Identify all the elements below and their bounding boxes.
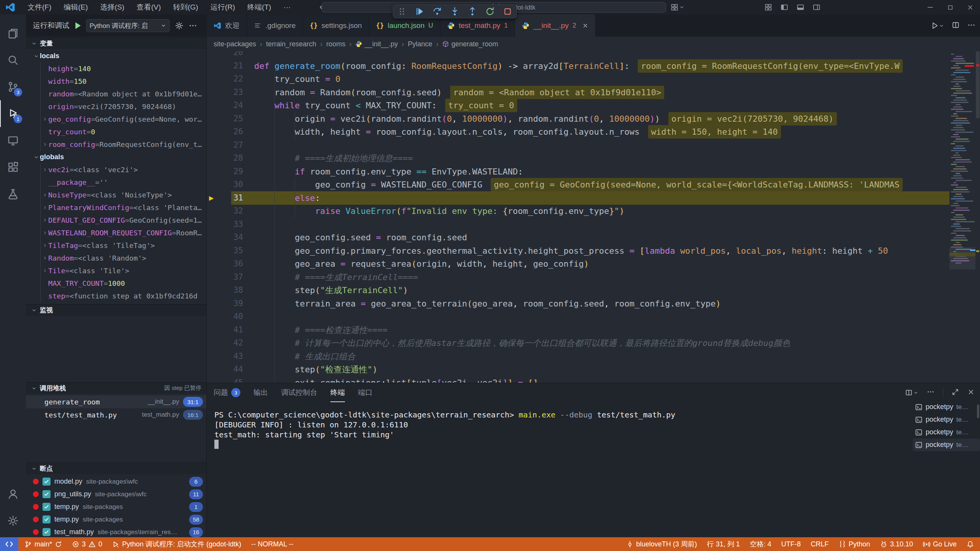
code-line-37[interactable]: 37 # ====生成TerrainCell====	[207, 271, 980, 284]
code-line-40[interactable]: 40	[207, 310, 980, 323]
split-terminal-button[interactable]	[905, 389, 918, 396]
section-variables[interactable]: 变量	[26, 37, 207, 49]
variable-vec2i[interactable]: vec2i = <class 'vec2i'>	[26, 163, 207, 176]
breakpoint-row[interactable]: test_math.py site-packages\terrain_res… …	[26, 526, 207, 537]
breakpoint-checkbox[interactable]	[42, 515, 51, 523]
tab-.gdignore[interactable]: .gdignore	[247, 15, 303, 37]
variable-height[interactable]: height = 140	[26, 62, 207, 75]
status-indentation[interactable]: 空格: 4	[750, 540, 771, 549]
status-vim-mode[interactable]: -- NORMAL --	[251, 540, 293, 548]
layout-grid-button[interactable]	[760, 0, 776, 15]
code-line-20[interactable]: 20	[207, 51, 980, 59]
section-watch[interactable]: 监视	[26, 304, 207, 316]
code-line-29[interactable]: 29 if room_config.env_type == EnvType.WA…	[207, 165, 980, 178]
variable-MAX_TRY_COUNT[interactable]: MAX_TRY_COUNT = 1000	[26, 277, 207, 290]
breadcrumb-item[interactable]: terrain_research	[266, 40, 316, 48]
menu-4[interactable]: 转到(G)	[168, 1, 203, 14]
variable-origin[interactable]: origin = vec2i(7205730, 9024468)	[26, 100, 207, 113]
code-line-26[interactable]: 26 width, height = room_config.layout.n_…	[207, 125, 980, 139]
run-python-file-button[interactable]	[931, 21, 944, 30]
tab-欢迎[interactable]: 欢迎	[207, 15, 247, 37]
breakpoint-row[interactable]: temp.py site-packages 1	[26, 500, 207, 513]
variable-geo_config[interactable]: geo_config = GeoConfig(seed=None, wor…	[26, 113, 207, 126]
step-into-button[interactable]	[450, 7, 460, 16]
activity-remote-explorer[interactable]	[0, 127, 26, 154]
menu-7[interactable]: ···	[278, 2, 296, 13]
copilot-menu[interactable]	[671, 0, 684, 15]
code-line-32[interactable]: 32 raise ValueError(f"Invalid env type: …	[207, 204, 980, 218]
breadcrumb-item[interactable]: Pylance	[408, 40, 432, 48]
win-close-button[interactable]	[960, 0, 980, 15]
stack-frame[interactable]: generate_room__init__.py 31:1	[26, 395, 207, 408]
maximize-panel-button[interactable]	[952, 388, 959, 397]
variable-step[interactable]: step = <function step at 0x1bf9cd216d	[26, 290, 207, 302]
menu-3[interactable]: 查看(V)	[131, 1, 166, 14]
activity-extensions[interactable]	[0, 154, 26, 181]
menu-6[interactable]: 终端(T)	[242, 1, 276, 14]
variable-WASTELAND_ROOM_REQUEST_CONFIG[interactable]: WASTELAND_ROOM_REQUEST_CONFIG = RoomR…	[26, 227, 207, 239]
panel-more-actions-button[interactable]	[927, 388, 934, 397]
win-min-button[interactable]	[920, 0, 940, 15]
activity-testing[interactable]	[0, 181, 26, 207]
status-git-author[interactable]: blueloveTH (3 周前)	[626, 540, 697, 549]
variable-Tile[interactable]: Tile = <class 'Tile'>	[26, 264, 207, 277]
menu-0[interactable]: 文件(F)	[22, 1, 57, 14]
layout-sidebar-button[interactable]	[776, 0, 792, 15]
breadcrumb[interactable]: site-packages› terrain_research› rooms› …	[207, 37, 980, 51]
stack-frame[interactable]: test/test_math.pytest_math.py 16:1	[26, 408, 207, 421]
code-line-22[interactable]: 22 try_count = 0	[207, 72, 980, 86]
variable-room_config[interactable]: room_config = RoomRequestConfig(env_t…	[26, 138, 207, 151]
code-line-43[interactable]: 43 # 生成出口组合	[207, 350, 980, 363]
code-line-31[interactable]: ▶31 else:	[207, 191, 980, 205]
variable-Random[interactable]: Random = <class 'Random'>	[26, 252, 207, 264]
tab-settings.json[interactable]: {} settings.json	[303, 15, 369, 37]
editor-scrollbar[interactable]	[975, 51, 980, 383]
code-line-21[interactable]: 21def generate_room(room_config: RoomReq…	[207, 59, 980, 73]
code-line-34[interactable]: 34 geo_config.seed = room_config.seed	[207, 231, 980, 244]
terminal-list-item[interactable]: pocketpyte…	[913, 413, 980, 426]
section-callstack[interactable]: 调用堆栈因 step 已暂停	[26, 382, 207, 394]
close-icon[interactable]	[582, 23, 588, 29]
code-line-35[interactable]: 35 geo_config.primary_forces.geothermal_…	[207, 244, 980, 258]
scope-locals[interactable]: locals	[26, 50, 207, 62]
scope-globals[interactable]: globals	[26, 151, 207, 163]
terminal-list-item[interactable]: pocketpyte…	[913, 426, 980, 439]
panel-tab-输出[interactable]: 输出	[253, 383, 268, 402]
code-line-45[interactable]: 45 exit_combinations:list[tuple[vec2i, v…	[207, 376, 980, 383]
variable-TileTag[interactable]: TileTag = <class 'TileTag'>	[26, 239, 207, 252]
variable-width[interactable]: width = 150	[26, 75, 207, 88]
activity-explorer[interactable]	[0, 20, 26, 47]
editor-more-actions-button[interactable]	[967, 21, 975, 31]
breakpoint-checkbox[interactable]	[42, 528, 51, 536]
activity-source-control[interactable]: 3	[0, 73, 26, 100]
code-line-27[interactable]: 27	[207, 139, 980, 152]
more-actions-icon[interactable]	[189, 21, 197, 30]
stop-button[interactable]	[503, 7, 513, 16]
step-over-button[interactable]	[432, 7, 442, 16]
panel-tab-端口[interactable]: 端口	[358, 383, 372, 402]
code-line-28[interactable]: 28 # ====生成初始地理信息====	[207, 152, 980, 165]
tab-__init__.py[interactable]: __init__.py 2	[515, 15, 595, 37]
code-line-23[interactable]: 23 random = Random(room_config.seed)rand…	[207, 86, 980, 99]
variable-try_count[interactable]: try_count = 0	[26, 126, 207, 138]
restart-button[interactable]	[485, 7, 495, 16]
status-encoding[interactable]: UTF-8	[781, 540, 801, 548]
code-line-39[interactable]: 39 terrain_area = geo_area_to_terrain(ge…	[207, 297, 980, 310]
menu-5[interactable]: 运行(R)	[205, 1, 240, 14]
code-line-24[interactable]: 24 while try_count < MAX_TRY_COUNT:try_c…	[207, 99, 980, 112]
code-line-25[interactable]: 25 origin = vec2i(random.randint(0, 1000…	[207, 112, 980, 126]
menu-2[interactable]: 选择(S)	[95, 1, 130, 14]
breadcrumb-item[interactable]: generate_room	[442, 40, 498, 48]
variable-__package__[interactable]: __package__ = ''	[26, 176, 207, 189]
status-problems[interactable]: 30	[72, 540, 102, 548]
debug-settings-gear-icon[interactable]	[175, 21, 183, 30]
terminal-list-item[interactable]: pocketpyte…	[913, 439, 980, 451]
layout-panel-button[interactable]	[792, 0, 808, 15]
variable-PlanetaryWindConfig[interactable]: PlanetaryWindConfig = <class 'Planeta…	[26, 201, 207, 214]
layout-right-button[interactable]	[808, 0, 825, 15]
status-notifications[interactable]	[967, 541, 974, 548]
step-out-button[interactable]	[467, 7, 477, 16]
code-line-38[interactable]: 38 step("生成TerrainCell")	[207, 284, 980, 297]
minimap[interactable]	[949, 51, 975, 383]
scrollbar-thumb[interactable]	[976, 51, 980, 118]
